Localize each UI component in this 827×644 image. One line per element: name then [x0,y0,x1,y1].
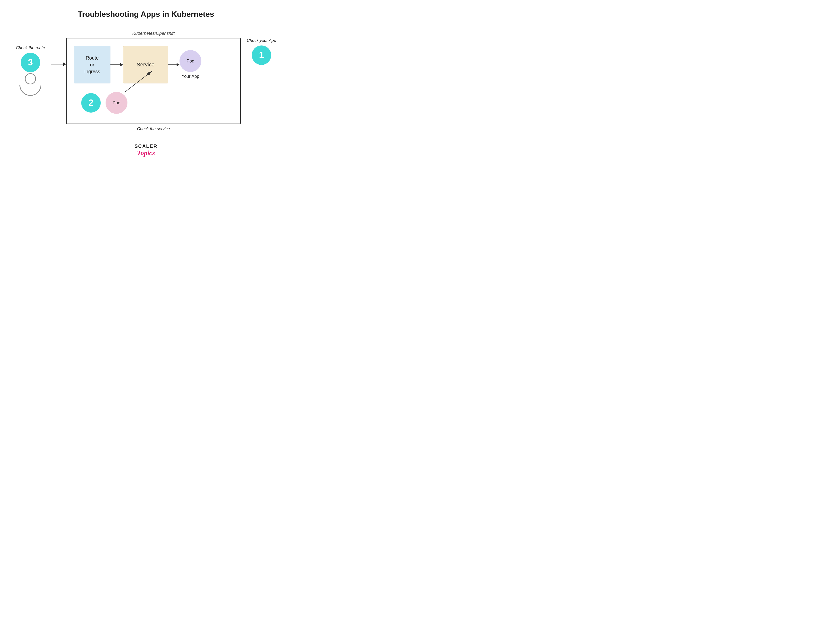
diagram-area: Check the route 3 Kubernetes/Openshift R… [15,31,277,131]
pod-pink-circle: Pod [106,92,128,114]
logo-section: SCALER Topics [134,143,158,157]
k8s-box: Route or Ingress Service Pod Y [66,38,241,124]
pod-your-app-circle: Pod [179,50,201,72]
person-figure [19,73,41,96]
badge-3-circle: 3 [21,53,40,72]
k8s-label: Kubernetes/Openshift [66,31,241,36]
person-head [25,73,36,84]
route-ingress-box: Route or Ingress [74,46,111,83]
badge-1-circle: 1 [252,45,271,65]
k8s-wrapper: Kubernetes/Openshift Route or Ingress Se… [66,31,241,131]
person-body [19,85,41,96]
route-to-service-arrow [111,63,123,66]
pod-pink-wrapper: Pod [106,92,128,114]
check-route-label: Check the route [16,45,45,50]
right-section: Check your App 1 [246,38,277,65]
pod-app-section: Pod Your App [179,50,201,79]
check-service-label: Check the service [66,126,241,131]
k8s-bottom-row: 2 Pod [74,92,233,114]
person-to-box-arrow [51,62,66,66]
check-app-label: Check your App [247,38,276,43]
svg-line-1 [125,71,152,92]
left-section: Check the route 3 [15,45,46,96]
pod2-to-service-arrow [125,69,178,95]
badge-2-circle: 2 [81,93,101,112]
logo-topics-text: Topics [137,149,155,157]
logo-scaler-text: SCALER [134,143,158,149]
service-to-pod-arrow [168,63,179,66]
page-title: Troubleshooting Apps in Kubernetes [78,10,214,19]
your-app-label: Your App [182,74,199,79]
